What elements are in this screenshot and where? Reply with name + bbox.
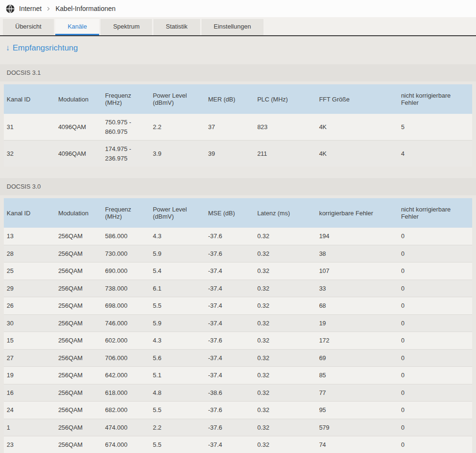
table-cell: 39 xyxy=(205,141,254,167)
tab-übersicht[interactable]: Übersicht xyxy=(3,19,54,35)
table-cell: 256QAM xyxy=(55,349,102,367)
breadcrumb-root[interactable]: Internet xyxy=(19,5,41,12)
table-cell: 174.975 - 236.975 xyxy=(102,141,150,167)
table-cell: 0.32 xyxy=(254,349,316,367)
globe-icon xyxy=(6,4,15,13)
docsis-section: DOCSIS 3.1Kanal IDModulationFrequenz (MH… xyxy=(0,64,476,167)
table-row: 1256QAM474.0002.2-37.60.325790 xyxy=(4,419,472,436)
table-cell: 211 xyxy=(254,141,316,167)
table-row: 25256QAM690.0005.4-37.40.321070 xyxy=(4,262,472,280)
table-cell: 0.32 xyxy=(254,436,316,453)
chevron-right-icon xyxy=(46,6,51,11)
table-row: 30256QAM746.0005.9-37.40.32190 xyxy=(4,314,472,332)
table-cell: -37.6 xyxy=(205,332,254,350)
table-cell: 256QAM xyxy=(55,228,102,245)
column-header: Modulation xyxy=(55,84,102,114)
table-row: 23256QAM674.0005.5-37.40.32740 xyxy=(4,436,472,453)
table-cell: 0 xyxy=(398,332,472,350)
tab-bar: ÜbersichtKanäleSpektrumStatistikEinstell… xyxy=(0,17,476,36)
table-cell: 746.000 xyxy=(102,314,150,332)
table-cell: 256QAM xyxy=(55,262,102,280)
table-cell: -37.6 xyxy=(205,245,254,262)
column-header: Kanal ID xyxy=(4,198,55,228)
table-cell: 682.000 xyxy=(102,402,150,419)
table-cell: 0 xyxy=(398,297,472,315)
table-cell: 0 xyxy=(398,384,472,402)
column-header: Frequenz (MHz) xyxy=(102,198,150,228)
table-cell: -37.4 xyxy=(205,280,254,297)
column-header: MSE (dB) xyxy=(205,198,254,228)
table-cell: 5.5 xyxy=(150,402,205,419)
table-cell: 5.9 xyxy=(150,245,205,262)
table-row: 26256QAM698.0005.5-37.40.32680 xyxy=(4,297,472,315)
table-cell: 25 xyxy=(4,262,55,280)
table-cell: 19 xyxy=(4,367,55,384)
table-cell: -37.4 xyxy=(205,349,254,367)
tables-container: DOCSIS 3.1Kanal IDModulationFrequenz (MH… xyxy=(0,64,476,453)
table-cell: 256QAM xyxy=(55,280,102,297)
table-cell: 0.32 xyxy=(254,262,316,280)
table-cell: 0 xyxy=(398,367,472,384)
column-header: nicht korrigierbare Fehler xyxy=(398,198,472,228)
table-cell: 4096QAM xyxy=(55,114,102,141)
table-cell: 2.2 xyxy=(150,419,205,436)
table-cell: 674.000 xyxy=(102,436,150,453)
table-cell: 4096QAM xyxy=(55,141,102,167)
table-cell: 5.9 xyxy=(150,314,205,332)
column-header: Frequenz (MHz) xyxy=(102,84,150,114)
table-row: 13256QAM586.0004.3-37.60.321940 xyxy=(4,228,472,245)
table-cell: 74 xyxy=(316,436,398,453)
table-cell: 4.3 xyxy=(150,332,205,350)
table-cell: 4.8 xyxy=(150,384,205,402)
table-cell: 0.32 xyxy=(254,314,316,332)
column-header: Power Level (dBmV) xyxy=(150,84,205,114)
column-header: PLC (MHz) xyxy=(254,84,316,114)
table-cell: 256QAM xyxy=(55,436,102,453)
table-cell: 95 xyxy=(316,402,398,419)
table-cell: 1 xyxy=(4,419,55,436)
header-row: Kanal IDModulationFrequenz (MHz)Power Le… xyxy=(4,198,472,228)
table-cell: -37.4 xyxy=(205,436,254,453)
table-cell: 28 xyxy=(4,245,55,262)
tab-kanäle[interactable]: Kanäle xyxy=(55,19,99,35)
table-cell: 0.32 xyxy=(254,367,316,384)
table-cell: 4K xyxy=(316,141,398,167)
section-title: DOCSIS 3.0 xyxy=(0,178,476,195)
header-row: Kanal IDModulationFrequenz (MHz)Power Le… xyxy=(4,84,472,114)
docsis-section: DOCSIS 3.0Kanal IDModulationFrequenz (MH… xyxy=(0,178,476,453)
tab-statistik[interactable]: Statistik xyxy=(153,19,200,35)
column-header: FFT Größe xyxy=(316,84,398,114)
table-cell: 77 xyxy=(316,384,398,402)
table-row: 15256QAM602.0004.3-37.60.321720 xyxy=(4,332,472,350)
table-cell: 256QAM xyxy=(55,332,102,350)
table-cell: -37.4 xyxy=(205,314,254,332)
table-cell: 0 xyxy=(398,280,472,297)
down-arrow-icon: ↓ xyxy=(6,43,10,53)
table-cell: 256QAM xyxy=(55,402,102,419)
table-cell: 602.000 xyxy=(102,332,150,350)
table-cell: 16 xyxy=(4,384,55,402)
breadcrumb: Internet Kabel-Informationen xyxy=(0,0,476,17)
table-row: 314096QAM750.975 - 860.9752.2378234K5 xyxy=(4,114,472,141)
table-cell: 256QAM xyxy=(55,384,102,402)
table-cell: 256QAM xyxy=(55,245,102,262)
table-cell: 85 xyxy=(316,367,398,384)
table-cell: 31 xyxy=(4,114,55,141)
table-cell: 5.1 xyxy=(150,367,205,384)
tab-einstellungen[interactable]: Einstellungen xyxy=(202,19,263,35)
page-title: ↓ Empfangsrichtung xyxy=(0,36,476,53)
table-cell: 579 xyxy=(316,419,398,436)
table-cell: 5.5 xyxy=(150,297,205,315)
tab-spektrum[interactable]: Spektrum xyxy=(101,19,152,35)
table-row: 19256QAM642.0005.1-37.40.32850 xyxy=(4,367,472,384)
table-cell: 474.000 xyxy=(102,419,150,436)
table-cell: -37.4 xyxy=(205,262,254,280)
table-row: 27256QAM706.0005.6-37.40.32690 xyxy=(4,349,472,367)
table-cell: 68 xyxy=(316,297,398,315)
column-header: Kanal ID xyxy=(4,84,55,114)
table-cell: 0 xyxy=(398,262,472,280)
table-cell: 4K xyxy=(316,114,398,141)
table-cell: 4 xyxy=(398,141,472,167)
table-cell: 0 xyxy=(398,314,472,332)
table-cell: 642.000 xyxy=(102,367,150,384)
